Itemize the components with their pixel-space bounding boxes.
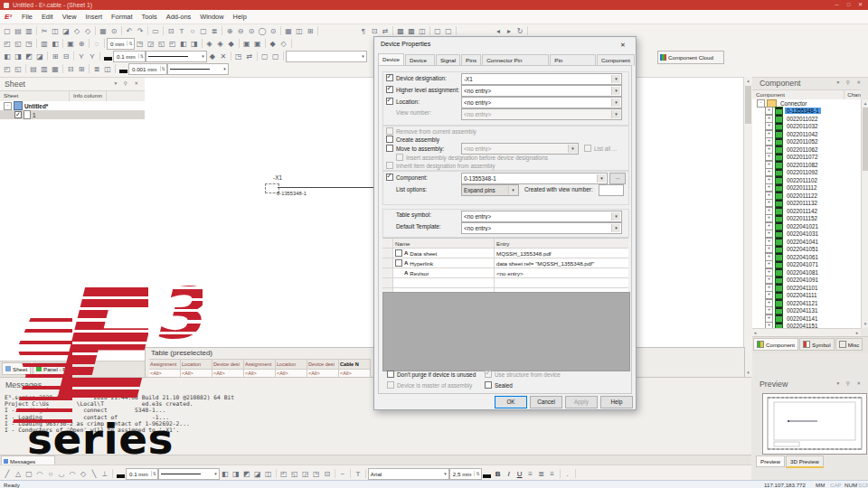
dialog-tab[interactable]: Device — [378, 53, 404, 66]
color-swatch[interactable] — [102, 52, 113, 61]
toolbar-icon[interactable]: ≡ — [525, 469, 536, 479]
toolbar-icon[interactable]: ◇ — [78, 469, 89, 479]
toolbar-icon[interactable]: ◨ — [189, 39, 200, 49]
toolbar-spinner[interactable]: 0.1 mm⇅ — [126, 468, 158, 480]
line-style-dropdown[interactable] — [167, 63, 229, 75]
chevron-down-icon[interactable]: ▾ — [508, 186, 517, 194]
menu-item[interactable]: Window — [195, 13, 228, 21]
component-tree-item[interactable]: + 0022041081 — [751, 268, 861, 277]
toolbar-icon[interactable]: ◳ — [311, 469, 322, 479]
toolbar-spinner[interactable]: 0.1 mm⇅ — [113, 51, 146, 62]
ok-button[interactable]: OK — [495, 396, 527, 408]
component-tree-item[interactable]: + 0022011062 — [751, 145, 861, 154]
toolbar-icon[interactable]: Y — [87, 52, 98, 61]
toolbar-icon[interactable]: ▩ — [395, 26, 406, 36]
toolbar-combobox[interactable] — [286, 51, 367, 62]
scroll-down-icon[interactable]: ▾ — [862, 320, 868, 328]
scroll-thumb[interactable] — [863, 108, 868, 171]
canvas-vertical-scrollbar[interactable]: ▴ ▾ — [743, 77, 752, 377]
maximize-button[interactable]: □ — [843, 0, 854, 10]
toolbar-icon[interactable]: ◧ — [178, 39, 189, 49]
collapse-icon[interactable]: - — [4, 102, 12, 110]
color-swatch[interactable] — [115, 469, 126, 478]
toolbar-icon[interactable]: ▢ — [270, 52, 281, 61]
scroll-right-icon[interactable]: ▸ — [854, 329, 861, 336]
menu-item[interactable]: Format — [107, 13, 137, 21]
expand-icon[interactable]: + — [765, 322, 773, 328]
toolbar-icon[interactable]: ▥ — [39, 64, 50, 74]
attribute-row[interactable]: AData sheet MQSSH_1355348.pdf — [382, 249, 628, 258]
toolbar-icon[interactable]: ◇ — [278, 39, 289, 49]
column-entry[interactable]: Entry — [495, 240, 628, 247]
sheet-checkbox[interactable] — [14, 111, 22, 118]
sealed-checkbox[interactable] — [485, 381, 492, 389]
component-tree-item[interactable]: + 0022041031 — [751, 230, 861, 239]
toolbar-icon[interactable]: ✕ — [218, 52, 229, 61]
toolbar-icon[interactable]: ▦ — [50, 64, 61, 74]
table-column[interactable]: Location <All> — [276, 359, 307, 378]
toolbar-icon[interactable]: ◈ — [204, 39, 215, 49]
component-tree-item[interactable]: + 0022011132 — [751, 200, 861, 208]
toolbar-icon[interactable]: T — [176, 26, 187, 36]
attribute-checkbox[interactable] — [395, 249, 402, 257]
menu-item[interactable]: View — [58, 13, 81, 21]
close-button[interactable]: ✕ — [854, 0, 866, 10]
component-tree-item[interactable]: + 0022011042 — [751, 130, 861, 138]
minimize-button[interactable]: ─ — [831, 0, 843, 10]
attribute-row[interactable]: ARevisor <no entry> — [382, 268, 628, 278]
table-column[interactable]: Location <All> — [181, 359, 212, 378]
toolbar-icon[interactable]: ╱ — [2, 469, 13, 479]
component-horizontal-scrollbar[interactable]: ◂ ▸ — [751, 328, 861, 336]
toolbar-icon[interactable]: ↶ — [124, 26, 135, 36]
toolbar-icon[interactable]: ◆ — [268, 39, 278, 49]
color-swatch[interactable] — [118, 64, 128, 73]
menu-item[interactable]: Add-ons — [162, 13, 196, 21]
toolbar-icon[interactable]: ◲ — [300, 469, 311, 479]
toolbar-icon[interactable]: ⊖ — [235, 26, 246, 36]
component-tree-item[interactable]: + 0022011092 — [751, 169, 861, 177]
toolbar-icon[interactable]: ◧ — [2, 52, 13, 61]
toolbar-icon[interactable]: ○ — [187, 26, 198, 36]
tab-sheet[interactable]: Sheet — [2, 362, 31, 375]
scroll-down-icon[interactable]: ▾ — [744, 369, 752, 377]
toolbar-spinner[interactable]: 2,5 mm⇅ — [449, 468, 482, 480]
component-tree-item[interactable]: + 0022011032 — [751, 123, 861, 131]
component-tree-item[interactable]: + 0022041131 — [751, 307, 861, 315]
toolbar-icon[interactable]: ◱ — [13, 64, 24, 74]
line-style-dropdown[interactable] — [146, 51, 207, 62]
higher-level-checkbox[interactable] — [386, 86, 393, 93]
component-tree-item[interactable]: + 0022011142 — [751, 207, 861, 215]
toolbar-icon[interactable]: ▣ — [252, 39, 263, 49]
toolbar-icon[interactable]: ⇄ — [244, 52, 255, 61]
component-tree-item[interactable]: + 0022011022 — [751, 115, 861, 123]
device-designation-dropdown[interactable]: -X1▾ — [461, 73, 622, 85]
toolbar-icon[interactable]: ◰ — [278, 469, 289, 479]
toolbar-icon[interactable]: ⊕ — [76, 39, 87, 49]
toolbar-icon[interactable]: ⊡ — [369, 26, 380, 36]
scroll-up-icon[interactable]: ▴ — [862, 99, 868, 108]
toolbar-icon[interactable]: ◪ — [34, 52, 45, 61]
toolbar-icon[interactable]: ◱ — [289, 469, 300, 479]
component-tree-item[interactable]: + 0022041021 — [751, 222, 861, 230]
component-panel-tab[interactable]: Symbol — [799, 338, 835, 351]
higher-level-dropdown[interactable]: <no entry>▾ — [461, 85, 622, 97]
toolbar-icon[interactable]: ▢ — [2, 26, 13, 36]
panel-controls-icons[interactable]: ▾ ⚲ ✕ — [837, 380, 863, 386]
menu-item[interactable]: Edit — [37, 13, 58, 21]
attribute-checkbox[interactable] — [395, 259, 402, 267]
toolbar-icon[interactable]: ◳ — [135, 39, 146, 49]
create-assembly-checkbox[interactable] — [386, 136, 393, 143]
component-tree-item[interactable]: + 0022011082 — [751, 161, 861, 169]
toolbar-spinner[interactable]: 0 mm⇅ — [107, 38, 135, 50]
scroll-up-icon[interactable]: ▴ — [744, 77, 752, 85]
component-tree-item[interactable]: + 0022041051 — [751, 246, 861, 254]
toolbar-icon[interactable]: ▢ — [259, 52, 270, 61]
device-designation-checkbox[interactable] — [386, 74, 393, 81]
component-tree-item[interactable]: + 0022041101 — [751, 284, 861, 292]
toolbar-icon[interactable]: ◫ — [263, 469, 274, 479]
toolbar-icon[interactable]: ◰ — [167, 39, 178, 49]
toolbar-icon[interactable]: ⇄ — [380, 26, 391, 36]
chevron-down-icon[interactable]: ▾ — [611, 87, 620, 95]
toolbar-icon[interactable]: ◰ — [2, 39, 13, 49]
toolbar-icon[interactable]: ◳ — [24, 39, 34, 49]
